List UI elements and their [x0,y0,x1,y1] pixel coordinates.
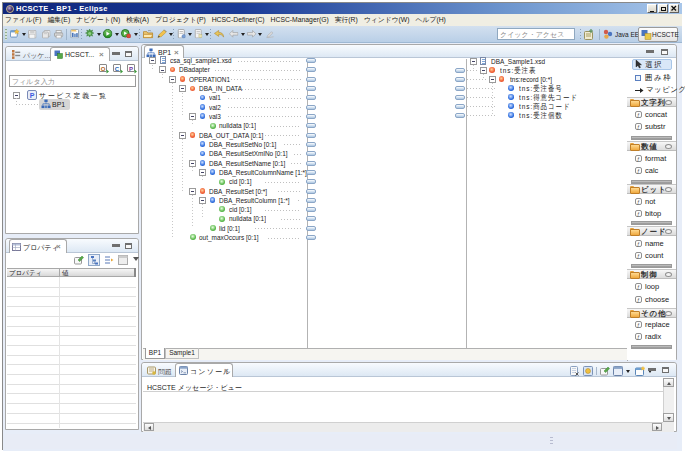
svg-text:P: P [30,91,35,98]
